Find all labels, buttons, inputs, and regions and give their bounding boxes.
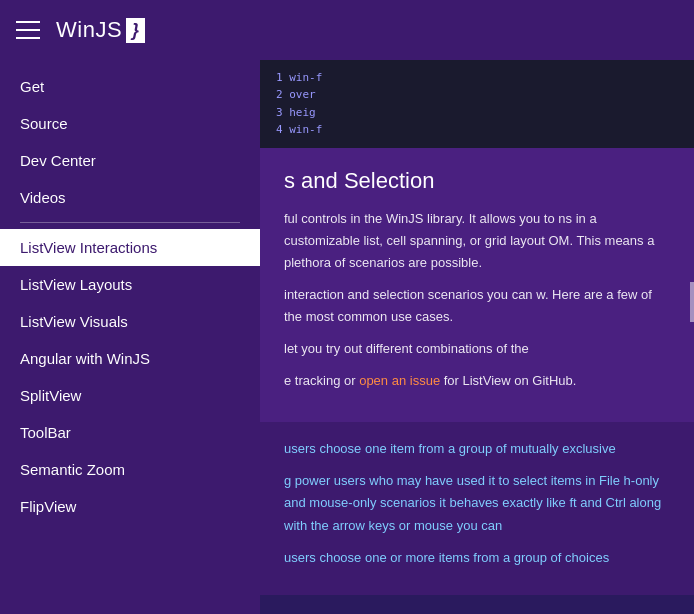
- sidebar-item-splitview[interactable]: SplitView: [0, 377, 260, 414]
- logo-badge: }: [126, 18, 145, 43]
- sidebar-item-label: ListView Visuals: [20, 313, 128, 330]
- sidebar-item-listview-layouts[interactable]: ListView Layouts: [0, 266, 260, 303]
- logo-text: WinJS: [56, 17, 122, 43]
- content-area[interactable]: 1 win-f 2 over 3 heig 4 win-f s and Sele…: [260, 60, 694, 614]
- sidebar-item-label: Angular with WinJS: [20, 350, 150, 367]
- sidebar-item-source[interactable]: Source: [0, 105, 260, 142]
- below-paragraph-3: users choose one or more items from a gr…: [284, 547, 670, 569]
- content-paragraph-2: interaction and selection scenarios you …: [284, 284, 670, 328]
- code-line-3: 3 heig: [276, 105, 322, 120]
- sidebar-item-label: ListView Layouts: [20, 276, 132, 293]
- content-paragraph-4: e tracking or open an issue for ListView…: [284, 370, 670, 392]
- sidebar-item-get[interactable]: Get: [0, 68, 260, 105]
- sidebar-item-label: Videos: [20, 189, 66, 206]
- below-paragraph-1: users choose one item from a group of mu…: [284, 438, 670, 460]
- sidebar-item-listview-interactions[interactable]: ListView Interactions: [0, 229, 260, 266]
- code-line-1: 1 win-f: [276, 70, 322, 85]
- sidebar: Get Source Dev Center Videos ListView In…: [0, 60, 260, 614]
- logo: WinJS }: [56, 17, 145, 43]
- content-paragraph-3: let you try out different combinations o…: [284, 338, 670, 360]
- sidebar-item-label: Dev Center: [20, 152, 96, 169]
- sidebar-item-videos[interactable]: Videos: [0, 179, 260, 216]
- sidebar-item-dev-center[interactable]: Dev Center: [0, 142, 260, 179]
- header: WinJS }: [0, 0, 694, 60]
- content-title: s and Selection: [284, 168, 670, 194]
- highlight-2: g power users who may have used it to se…: [284, 473, 661, 532]
- code-preview: 1 win-f 2 over 3 heig 4 win-f: [260, 60, 694, 148]
- scroll-indicator: [690, 282, 694, 322]
- below-paragraph-2: g power users who may have used it to se…: [284, 470, 670, 536]
- sidebar-divider: [20, 222, 240, 223]
- sidebar-item-label: Source: [20, 115, 68, 132]
- sidebar-item-flipview[interactable]: FlipView: [0, 488, 260, 525]
- sidebar-item-semantic-zoom[interactable]: Semantic Zoom: [0, 451, 260, 488]
- sidebar-item-label: ToolBar: [20, 424, 71, 441]
- highlight-3: users choose one or more items from a gr…: [284, 550, 609, 565]
- hamburger-menu-button[interactable]: [16, 21, 40, 39]
- content-card: s and Selection ful controls in the WinJ…: [260, 148, 694, 423]
- code-line-2: 2 over: [276, 87, 322, 102]
- content-paragraph-1: ful controls in the WinJS library. It al…: [284, 208, 670, 274]
- code-line-4: 4 win-f: [276, 122, 322, 137]
- code-lines: 1 win-f 2 over 3 heig 4 win-f: [276, 70, 322, 138]
- github-link[interactable]: open an issue: [359, 373, 440, 388]
- sidebar-item-label: FlipView: [20, 498, 76, 515]
- sidebar-item-label: ListView Interactions: [20, 239, 157, 256]
- below-card: users choose one item from a group of mu…: [260, 422, 694, 594]
- sidebar-item-label: Semantic Zoom: [20, 461, 125, 478]
- sidebar-item-toolbar[interactable]: ToolBar: [0, 414, 260, 451]
- main-layout: Get Source Dev Center Videos ListView In…: [0, 60, 694, 614]
- sidebar-item-angular-with-winjs[interactable]: Angular with WinJS: [0, 340, 260, 377]
- sidebar-item-label: Get: [20, 78, 44, 95]
- sidebar-item-label: SplitView: [20, 387, 81, 404]
- sidebar-item-listview-visuals[interactable]: ListView Visuals: [0, 303, 260, 340]
- highlight-1: users choose one item from a group of mu…: [284, 441, 616, 456]
